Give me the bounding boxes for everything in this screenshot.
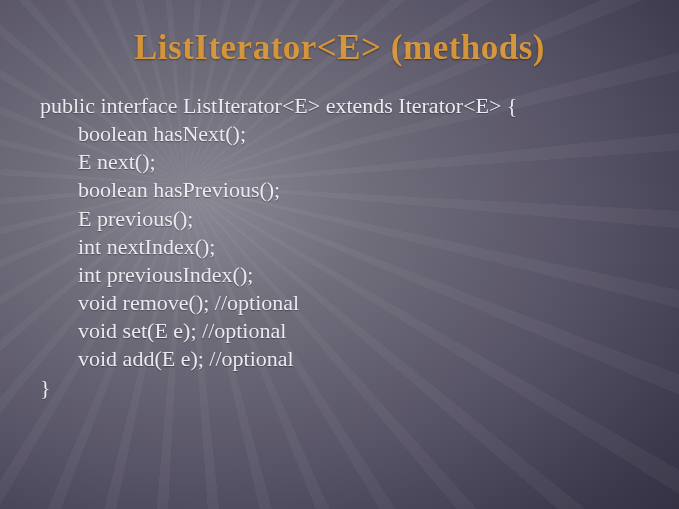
code-line: E previous(); <box>78 205 639 233</box>
code-block: public interface ListIterator<E> extends… <box>40 92 639 402</box>
code-line: E next(); <box>78 148 639 176</box>
code-line: int previousIndex(); <box>78 261 639 289</box>
code-line: void remove(); //optional <box>78 289 639 317</box>
slide: ListIterator<E> (methods) public interfa… <box>0 0 679 509</box>
code-line: void set(E e); //optional <box>78 317 639 345</box>
code-line: int nextIndex(); <box>78 233 639 261</box>
slide-title: ListIterator<E> (methods) <box>40 28 639 68</box>
code-line: boolean hasNext(); <box>78 120 639 148</box>
code-line: boolean hasPrevious(); <box>78 176 639 204</box>
interface-close: } <box>40 374 639 402</box>
interface-declaration: public interface ListIterator<E> extends… <box>40 92 639 120</box>
code-line: void add(E e); //optional <box>78 345 639 373</box>
